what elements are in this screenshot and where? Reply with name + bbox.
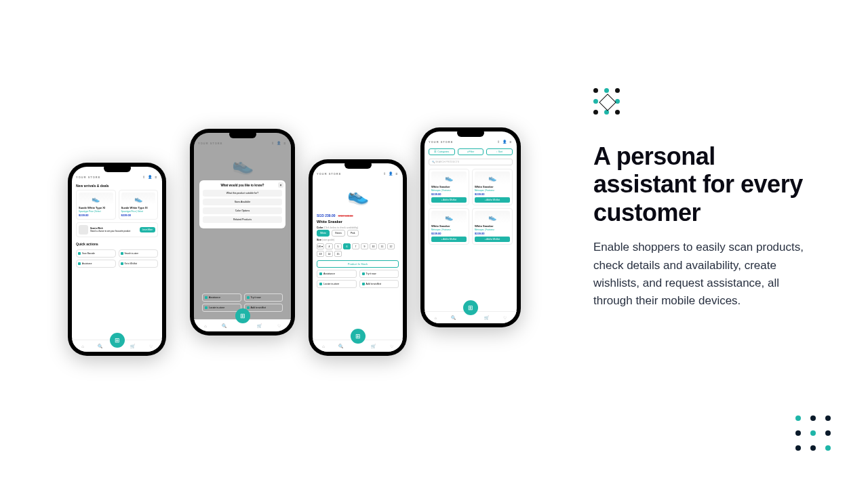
wish-banner[interactable]: Grant a WishStand a chance to win your f…	[76, 222, 158, 237]
scan-fab[interactable]: ⊞	[463, 300, 478, 315]
add-wishlist-btn[interactable]: + Add to Wishlist	[475, 237, 510, 242]
try-btn[interactable]: Try it now	[359, 270, 399, 278]
add-wishlist-btn[interactable]: + Add to Wishlist	[431, 237, 467, 242]
price-old: SGD 500.00	[338, 214, 353, 218]
menu-icon[interactable]: ≡	[395, 171, 399, 176]
size-select[interactable]: UK ▾	[317, 243, 324, 249]
user-icon[interactable]: 👤	[389, 171, 393, 176]
modal-option[interactable]: What this product suitable for?	[203, 190, 282, 197]
dot-grid-decoration	[795, 415, 831, 451]
share-icon[interactable]: ⇪	[142, 175, 146, 179]
product-hero: 👟	[313, 178, 403, 212]
modal-option[interactable]: Related Products	[203, 216, 282, 223]
search-icon[interactable]: 🔍	[338, 344, 343, 348]
product-meta: Spacetype Price | Select	[121, 210, 156, 213]
notch	[344, 161, 372, 169]
heart-icon[interactable]: ♡	[503, 315, 507, 320]
size-opt[interactable]: 13	[317, 251, 324, 257]
menu-icon[interactable]: ≡	[154, 175, 158, 179]
copy-panel: A personal assistant for every customer …	[593, 88, 804, 310]
search-input[interactable]: 🔍 SEARCH PRODUCTS	[429, 159, 513, 165]
scan-fab[interactable]: ⊞	[235, 308, 250, 323]
heart-icon[interactable]: ♡	[390, 344, 393, 348]
product-card[interactable]: Suede White Type XI Spacetype Price | Se…	[119, 190, 159, 220]
home-icon[interactable]: ⌂	[322, 344, 325, 348]
cart-icon[interactable]: 🛒	[484, 315, 489, 320]
size-opt[interactable]: 6	[343, 243, 351, 249]
try-btn[interactable]: Try it now	[244, 293, 283, 302]
scan-fab[interactable]: ⊞	[351, 329, 366, 344]
store-title: YOUR STORE	[429, 140, 453, 144]
home-icon[interactable]: ⌂	[81, 344, 84, 348]
size-opt[interactable]: 4	[326, 243, 333, 249]
home-icon[interactable]: ⌂	[435, 316, 437, 320]
user-icon[interactable]: 👤	[502, 140, 507, 144]
color-chip[interactable]: White	[317, 230, 330, 237]
search-icon[interactable]: 🔍	[451, 315, 456, 320]
sort-btn[interactable]: ↕ Sort	[486, 148, 513, 155]
phone-modal: YOUR STORE ⇪👤≡ 👟 × What would you like t…	[190, 129, 295, 336]
qa-assist[interactable]: Assistance	[76, 260, 116, 268]
size-opt[interactable]: 14	[326, 251, 333, 257]
brand-logo	[593, 88, 620, 115]
phone-listing: YOUR STORE ⇪👤≡ ☰ Categories ⎚ Filter ↕ S…	[420, 127, 521, 327]
product-price: $239.00	[79, 214, 113, 217]
home-icon[interactable]: ⌂	[204, 324, 207, 328]
hero-body: Enable shoppers to easily scan products,…	[593, 239, 804, 310]
cart-icon[interactable]: 🛒	[371, 344, 376, 348]
locate-btn[interactable]: Locate in-store	[202, 304, 241, 312]
shoe-image	[79, 192, 113, 205]
size-opt[interactable]: 15	[334, 251, 342, 257]
add-wishlist-btn[interactable]: + Add to Wishlist	[431, 197, 467, 203]
cart-icon[interactable]: 🛒	[130, 344, 135, 348]
price-current: SGD 239.00	[317, 214, 336, 218]
addwish-btn[interactable]: Add to wishlist	[244, 304, 283, 312]
size-opt[interactable]: 9	[361, 243, 368, 249]
assist-btn[interactable]: Assistance	[202, 293, 241, 302]
qa-wishlist[interactable]: Go to Wishlist	[119, 260, 159, 268]
share-icon[interactable]: ⇪	[382, 171, 387, 176]
product-name: Suede White Type XI	[79, 206, 113, 209]
color-chip[interactable]: Green	[332, 230, 345, 237]
size-opt[interactable]: 10	[370, 243, 377, 249]
qa-search[interactable]: Search in-store	[119, 249, 159, 258]
filter-btn[interactable]: ⎚ Filter	[458, 148, 484, 155]
wish-cta[interactable]: Learn More	[140, 227, 155, 232]
phone-home: YOUR STORE ⇪👤≡ New arrivals & deals Sued…	[68, 163, 166, 356]
size-opt[interactable]: 11	[378, 243, 386, 249]
cart-icon[interactable]: 🛒	[257, 323, 262, 328]
menu-icon[interactable]: ≡	[509, 140, 513, 144]
product-card[interactable]: White SneakerMetrospec | Footwear$239.00…	[429, 208, 469, 245]
phone-pdp: YOUR STORE ⇪👤≡ 👟 SGD 239.00SGD 500.00 Wh…	[309, 159, 407, 356]
hero-heading: A personal assistant for every customer	[593, 142, 804, 226]
product-card[interactable]: White SneakerMetrospec | Footwear$239.00…	[472, 169, 513, 205]
wish-thumb	[79, 225, 88, 235]
product-card[interactable]: White SneakerMetrospec | Footwear$239.00…	[429, 169, 469, 205]
store-title: YOUR STORE	[317, 172, 341, 176]
modal-option[interactable]: Sizes Available	[203, 199, 282, 205]
categories-btn[interactable]: ☰ Categories	[429, 148, 455, 155]
search-icon[interactable]: 🔍	[98, 344, 102, 348]
product-card[interactable]: White SneakerMetrospec | Footwear$239.00…	[472, 208, 513, 245]
share-icon[interactable]: ⇪	[496, 140, 500, 144]
close-icon[interactable]: ×	[278, 182, 283, 188]
size-opt[interactable]: 7	[352, 243, 359, 249]
addwish-btn[interactable]: Add to wishlist	[359, 280, 399, 288]
color-chip[interactable]: Pink	[347, 230, 359, 237]
scan-fab[interactable]: ⊞	[110, 333, 125, 348]
modal-title: What would you like to know?	[203, 184, 282, 187]
product-card[interactable]: Suede White Type XI Spacetype Price | Se…	[76, 190, 116, 220]
modal-option[interactable]: Color Options	[203, 207, 282, 214]
assist-btn[interactable]: Assistance	[317, 270, 357, 278]
user-icon[interactable]: 👤	[148, 175, 152, 179]
product-price: $239.00	[121, 214, 156, 217]
size-opt[interactable]: 5	[334, 243, 342, 249]
qa-scan[interactable]: Scan Barcode	[76, 249, 116, 258]
size-opt[interactable]: 12	[387, 243, 395, 249]
heart-icon[interactable]: ♡	[277, 323, 281, 328]
color-label: Color (Click below to check availability…	[313, 224, 403, 230]
search-icon[interactable]: 🔍	[222, 323, 226, 328]
heart-icon[interactable]: ♡	[149, 344, 153, 348]
add-wishlist-btn[interactable]: + Add to Wishlist	[475, 197, 510, 203]
locate-btn[interactable]: Locate in-store	[317, 280, 357, 288]
